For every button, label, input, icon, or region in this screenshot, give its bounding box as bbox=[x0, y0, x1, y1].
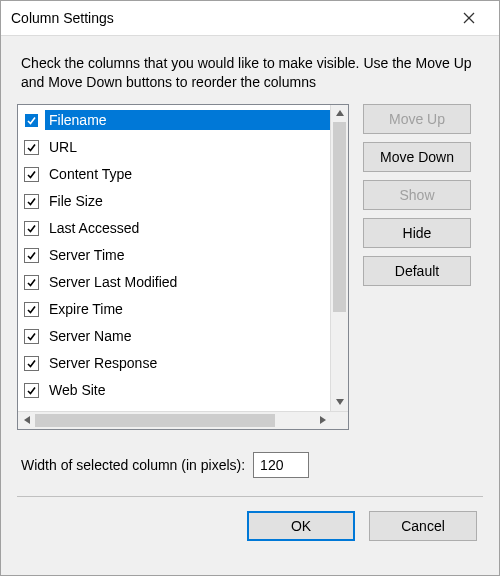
column-checkbox[interactable] bbox=[24, 356, 39, 371]
list-item[interactable]: Expire Time bbox=[18, 296, 331, 323]
scrollbar-corner bbox=[331, 412, 348, 429]
dialog-footer: OK Cancel bbox=[17, 511, 483, 551]
checkmark-icon bbox=[26, 169, 37, 180]
column-checkbox[interactable] bbox=[24, 194, 39, 209]
list-item[interactable]: Web Site bbox=[18, 377, 331, 404]
column-checkbox[interactable] bbox=[24, 302, 39, 317]
column-settings-dialog: Column Settings Check the columns that y… bbox=[0, 0, 500, 576]
column-label: Content Type bbox=[45, 164, 331, 184]
column-label: URL bbox=[45, 137, 331, 157]
scroll-left-button[interactable] bbox=[18, 412, 35, 429]
move-up-label: Move Up bbox=[389, 111, 445, 127]
column-label: Server Time bbox=[45, 245, 331, 265]
vertical-scrollbar[interactable] bbox=[330, 105, 348, 411]
list-item[interactable]: Server Last Modified bbox=[18, 269, 331, 296]
column-checkbox[interactable] bbox=[24, 113, 39, 128]
list-item[interactable]: Server Time bbox=[18, 242, 331, 269]
checkmark-icon bbox=[26, 385, 37, 396]
chevron-down-icon bbox=[336, 399, 344, 405]
close-button[interactable] bbox=[447, 3, 491, 33]
list-item[interactable]: Server Response bbox=[18, 350, 331, 377]
instructions-text: Check the columns that you would like to… bbox=[21, 54, 479, 92]
scroll-down-button[interactable] bbox=[331, 394, 348, 411]
column-checkbox[interactable] bbox=[24, 140, 39, 155]
dialog-title: Column Settings bbox=[11, 10, 447, 26]
columns-list-viewport: FilenameURLContent TypeFile SizeLast Acc… bbox=[18, 105, 348, 411]
list-item[interactable]: Content Type bbox=[18, 161, 331, 188]
list-item[interactable]: URL bbox=[18, 134, 331, 161]
list-item[interactable]: Last Accessed bbox=[18, 215, 331, 242]
move-down-label: Move Down bbox=[380, 149, 454, 165]
middle-section: FilenameURLContent TypeFile SizeLast Acc… bbox=[17, 104, 483, 430]
show-label: Show bbox=[399, 187, 434, 203]
chevron-up-icon bbox=[336, 110, 344, 116]
cancel-button[interactable]: Cancel bbox=[369, 511, 477, 541]
scroll-right-button[interactable] bbox=[314, 412, 331, 429]
column-checkbox[interactable] bbox=[24, 221, 39, 236]
list-item[interactable]: File Size bbox=[18, 188, 331, 215]
cancel-label: Cancel bbox=[401, 518, 445, 534]
separator bbox=[17, 496, 483, 497]
scroll-up-button[interactable] bbox=[331, 105, 348, 122]
column-label: Web Site bbox=[45, 380, 331, 400]
side-buttons: Move Up Move Down Show Hide Default bbox=[363, 104, 471, 430]
width-label: Width of selected column (in pixels): bbox=[21, 457, 245, 473]
chevron-left-icon bbox=[24, 416, 30, 424]
chevron-right-icon bbox=[320, 416, 326, 424]
column-label: File Size bbox=[45, 191, 331, 211]
default-label: Default bbox=[395, 263, 439, 279]
column-checkbox[interactable] bbox=[24, 248, 39, 263]
dialog-body: Check the columns that you would like to… bbox=[1, 36, 499, 575]
column-label: Server Last Modified bbox=[45, 272, 331, 292]
default-button[interactable]: Default bbox=[363, 256, 471, 286]
horizontal-scroll-track[interactable] bbox=[35, 412, 314, 429]
columns-listbox[interactable]: FilenameURLContent TypeFile SizeLast Acc… bbox=[17, 104, 349, 430]
ok-label: OK bbox=[291, 518, 311, 534]
ok-button[interactable]: OK bbox=[247, 511, 355, 541]
checkmark-icon bbox=[26, 115, 37, 126]
column-label: Server Response bbox=[45, 353, 331, 373]
column-label: Last Accessed bbox=[45, 218, 331, 238]
checkmark-icon bbox=[26, 223, 37, 234]
column-checkbox[interactable] bbox=[24, 383, 39, 398]
move-up-button[interactable]: Move Up bbox=[363, 104, 471, 134]
close-icon bbox=[463, 12, 475, 24]
list-item[interactable]: Server Name bbox=[18, 323, 331, 350]
width-row: Width of selected column (in pixels): bbox=[21, 452, 479, 478]
column-label: Expire Time bbox=[45, 299, 331, 319]
show-button[interactable]: Show bbox=[363, 180, 471, 210]
checkmark-icon bbox=[26, 142, 37, 153]
list-item[interactable]: Filename bbox=[18, 107, 331, 134]
column-checkbox[interactable] bbox=[24, 329, 39, 344]
column-label: Server Name bbox=[45, 326, 331, 346]
checkmark-icon bbox=[26, 331, 37, 342]
move-down-button[interactable]: Move Down bbox=[363, 142, 471, 172]
checkmark-icon bbox=[26, 250, 37, 261]
horizontal-scrollbar[interactable] bbox=[18, 411, 348, 429]
vertical-scroll-track[interactable] bbox=[331, 122, 348, 394]
checkmark-icon bbox=[26, 277, 37, 288]
column-checkbox[interactable] bbox=[24, 275, 39, 290]
vertical-scroll-thumb[interactable] bbox=[333, 122, 346, 312]
checkmark-icon bbox=[26, 358, 37, 369]
column-checkbox[interactable] bbox=[24, 167, 39, 182]
hide-label: Hide bbox=[403, 225, 432, 241]
checkmark-icon bbox=[26, 196, 37, 207]
checkmark-icon bbox=[26, 304, 37, 315]
hide-button[interactable]: Hide bbox=[363, 218, 471, 248]
column-label: Filename bbox=[45, 110, 331, 130]
titlebar: Column Settings bbox=[1, 1, 499, 36]
width-input[interactable] bbox=[253, 452, 309, 478]
horizontal-scroll-thumb[interactable] bbox=[35, 414, 275, 427]
